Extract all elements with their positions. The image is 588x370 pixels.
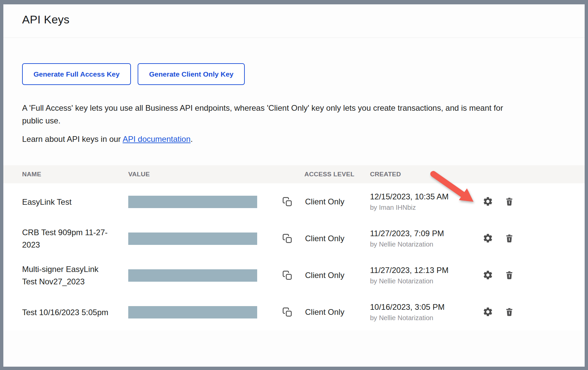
gear-icon	[483, 270, 493, 281]
table-body: EasyLink Test Client Only 12/15/2023, 10…	[3, 183, 585, 331]
api-key-value-cell	[128, 196, 282, 208]
column-header-name: NAME	[22, 171, 128, 178]
page-title: API Keys	[22, 13, 566, 26]
copy-icon	[282, 270, 292, 280]
generate-client-only-key-button[interactable]: Generate Client Only Key	[138, 63, 245, 85]
api-key-name: Test 10/16/2023 5:05pm	[22, 306, 128, 318]
trash-icon	[505, 307, 514, 318]
copy-value-button[interactable]	[282, 197, 304, 207]
created-date: 10/16/2023, 3:05 PM	[370, 302, 477, 312]
access-level-value: Client Only	[304, 271, 370, 280]
api-key-name: Multi-signer EasyLink Test Nov27_2023	[22, 263, 128, 288]
gear-icon	[483, 233, 493, 245]
created-cell: 10/16/2023, 3:05 PM by Nellie Notarizati…	[370, 302, 477, 322]
trash-icon	[505, 270, 514, 281]
gear-icon	[483, 196, 493, 208]
api-documentation-link[interactable]: API documentation	[123, 134, 191, 144]
api-key-value-redacted	[128, 196, 257, 208]
table-header-row: NAME VALUE ACCESS LEVEL CREATED	[3, 165, 585, 183]
main-content: Generate Full Access Key Generate Client…	[3, 63, 585, 144]
created-by: by Nellie Notarization	[370, 241, 477, 248]
generate-full-access-key-button[interactable]: Generate Full Access Key	[22, 63, 131, 85]
api-key-value-redacted	[128, 233, 257, 245]
api-key-name: CRB Test 909pm 11-27- 2023	[22, 226, 128, 251]
table-row: CRB Test 909pm 11-27- 2023 Client Only 1…	[3, 220, 585, 257]
access-level-value: Client Only	[304, 307, 370, 317]
learn-suffix-text: .	[191, 134, 193, 144]
table-row: EasyLink Test Client Only 12/15/2023, 10…	[3, 183, 585, 220]
copy-value-button[interactable]	[282, 270, 304, 280]
delete-button[interactable]	[499, 307, 520, 318]
delete-button[interactable]	[499, 270, 520, 281]
created-by: by Iman IHNbiz	[370, 204, 477, 211]
settings-button[interactable]	[477, 270, 499, 281]
table-row: Test 10/16/2023 5:05pm Client Only 10/16…	[3, 294, 585, 331]
api-key-value-cell	[128, 306, 282, 318]
api-key-value-cell	[128, 233, 282, 245]
api-keys-description: A 'Full Access' key lets you use all Bus…	[22, 102, 514, 127]
settings-button[interactable]	[477, 196, 499, 208]
column-header-value: VALUE	[128, 171, 282, 178]
created-date: 11/27/2023, 12:13 PM	[370, 266, 477, 275]
created-by: by Nellie Notarization	[370, 277, 477, 285]
screenshot-frame: API Keys Generate Full Access Key Genera…	[0, 0, 588, 370]
api-key-value-redacted	[128, 269, 257, 282]
created-cell: 11/27/2023, 7:09 PM by Nellie Notarizati…	[370, 229, 477, 248]
copy-icon	[282, 234, 292, 244]
copy-icon	[282, 197, 292, 207]
delete-button[interactable]	[499, 196, 520, 207]
settings-button[interactable]	[477, 306, 499, 318]
api-key-name: EasyLink Test	[22, 196, 128, 208]
trash-icon	[505, 233, 514, 244]
settings-button[interactable]	[477, 233, 499, 245]
created-cell: 12/15/2023, 10:35 AM by Iman IHNbiz	[370, 192, 477, 211]
created-cell: 11/27/2023, 12:13 PM by Nellie Notarizat…	[370, 266, 477, 285]
copy-icon	[282, 307, 292, 317]
api-keys-table: NAME VALUE ACCESS LEVEL CREATED EasyLink…	[3, 165, 585, 331]
api-key-value-cell	[128, 269, 282, 282]
learn-prefix-text: Learn about API keys in our	[22, 134, 123, 144]
created-date: 12/15/2023, 10:35 AM	[370, 192, 477, 201]
access-level-value: Client Only	[304, 234, 370, 243]
column-header-access-level: ACCESS LEVEL	[304, 171, 370, 178]
copy-value-button[interactable]	[282, 234, 304, 244]
access-level-value: Client Only	[304, 197, 370, 206]
gear-icon	[483, 306, 493, 318]
delete-button[interactable]	[499, 233, 520, 244]
trash-icon	[505, 196, 514, 207]
created-by: by Nellie Notarization	[370, 314, 477, 322]
column-header-created: CREATED	[370, 171, 477, 178]
generate-buttons-row: Generate Full Access Key Generate Client…	[22, 63, 566, 85]
api-key-value-redacted	[128, 306, 257, 318]
page-header: API Keys	[3, 4, 585, 38]
created-date: 11/27/2023, 7:09 PM	[370, 229, 477, 238]
copy-value-button[interactable]	[282, 307, 304, 317]
learn-more-line: Learn about API keys in our API document…	[22, 134, 566, 144]
table-row: Multi-signer EasyLink Test Nov27_2023 Cl…	[3, 257, 585, 294]
